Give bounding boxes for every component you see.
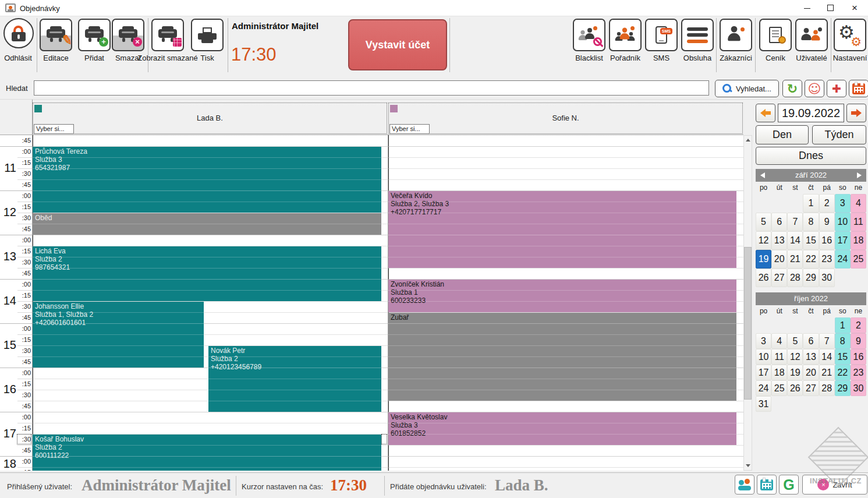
day-cell[interactable]: 9: [819, 213, 835, 231]
day-cell[interactable]: 6: [803, 333, 819, 349]
day-cell[interactable]: 3: [756, 333, 771, 349]
blacklist-button[interactable]: [573, 19, 605, 51]
day-cell[interactable]: 19: [787, 365, 803, 380]
logout-button[interactable]: [3, 18, 34, 48]
pricelist-button[interactable]: [759, 19, 792, 51]
settings-button[interactable]: ⚙⚙: [834, 19, 866, 51]
google-button[interactable]: G: [779, 475, 799, 495]
day-cell[interactable]: 17: [756, 365, 771, 380]
day-view-button[interactable]: Den: [756, 125, 809, 144]
day-cell[interactable]: 25: [771, 380, 787, 396]
showdel-button[interactable]: [151, 19, 184, 51]
day-cell[interactable]: 19: [756, 250, 771, 269]
day-cell[interactable]: 22: [803, 250, 819, 269]
calendar-button[interactable]: [849, 80, 868, 97]
day-cell[interactable]: 9: [851, 333, 866, 349]
day-cell[interactable]: 31: [756, 396, 771, 412]
day-cell[interactable]: 10: [756, 349, 771, 365]
day-cell[interactable]: 21: [787, 250, 803, 269]
day-cell[interactable]: 18: [771, 365, 787, 380]
day-cell[interactable]: 23: [819, 250, 835, 269]
close-window-button[interactable]: ×: [843, 0, 866, 16]
day-cell[interactable]: 4: [851, 194, 866, 213]
day-cell[interactable]: 13: [803, 349, 819, 365]
day-cell[interactable]: 7: [787, 213, 803, 231]
users-button[interactable]: [795, 19, 828, 51]
day-cell[interactable]: 11: [771, 349, 787, 365]
today-button[interactable]: Dnes: [756, 147, 866, 165]
staff-button[interactable]: [681, 19, 714, 51]
day-cell[interactable]: 5: [787, 333, 803, 349]
day-cell[interactable]: 18: [851, 231, 866, 250]
scroll-up-arrow[interactable]: [744, 136, 752, 144]
day-cell[interactable]: 16: [819, 231, 835, 250]
day-cell[interactable]: 24: [835, 250, 851, 269]
find-button[interactable]: Vyhledat...: [715, 80, 779, 97]
day-cell[interactable]: 12: [787, 349, 803, 365]
vertical-scrollbar[interactable]: [743, 135, 752, 471]
maximize-button[interactable]: [819, 0, 842, 16]
edit-button[interactable]: ✎: [40, 19, 72, 51]
day-cell[interactable]: 22: [835, 365, 851, 380]
day-cell[interactable]: 30: [851, 380, 866, 396]
delete-button[interactable]: ×: [112, 19, 144, 51]
day-cell[interactable]: 16: [851, 349, 866, 365]
schedule-grid[interactable]: :45:00:15:30:45:00:15:30:45:00:15:30:45:…: [0, 135, 743, 471]
day-cell[interactable]: 12: [756, 231, 771, 250]
previous-day-button[interactable]: [756, 104, 775, 122]
add-button[interactable]: +: [78, 19, 111, 51]
day-cell[interactable]: 28: [819, 380, 835, 396]
time-cursor-cell[interactable]: [381, 434, 387, 444]
customers-button[interactable]: [720, 19, 752, 51]
appointment[interactable]: Košař BohuslavSlužba 2600111222: [33, 435, 381, 471]
day-cell[interactable]: 14: [819, 349, 835, 365]
day-cell[interactable]: 27: [771, 269, 787, 287]
day-cell[interactable]: 23: [851, 365, 866, 380]
day-cell[interactable]: 17: [835, 231, 851, 250]
day-cell[interactable]: 2: [819, 194, 835, 213]
service-picker-dropdown[interactable]: Vyber si...: [389, 124, 430, 134]
appointment[interactable]: Zvoníček KristiánSlužba 1600233233: [388, 280, 736, 312]
scrollbar-thumb[interactable]: [744, 247, 752, 400]
print-button[interactable]: [191, 19, 224, 51]
day-cell[interactable]: 5: [756, 213, 771, 231]
day-cell[interactable]: 10: [835, 213, 851, 231]
day-cell[interactable]: 20: [771, 250, 787, 269]
day-cell[interactable]: 3: [835, 194, 851, 213]
day-cell[interactable]: 15: [835, 349, 851, 365]
day-cell[interactable]: 26: [756, 269, 771, 287]
scroll-down-arrow[interactable]: [744, 461, 752, 470]
close-button[interactable]: × Zavřít: [802, 475, 867, 495]
day-cell[interactable]: 11: [851, 213, 866, 231]
issue-invoice-button[interactable]: Vystavit účet: [348, 19, 447, 70]
day-cell[interactable]: 28: [787, 269, 803, 287]
day-cell[interactable]: 8: [835, 333, 851, 349]
day-cell[interactable]: 15: [803, 231, 819, 250]
sms-button[interactable]: SMS: [645, 19, 678, 51]
footer-customers-button[interactable]: [735, 475, 754, 495]
calendar-prev-icon[interactable]: [760, 172, 765, 178]
day-cell[interactable]: 29: [803, 269, 819, 287]
day-cell[interactable]: 7: [819, 333, 835, 349]
day-cell[interactable]: 1: [835, 317, 851, 333]
day-cell[interactable]: 21: [819, 365, 835, 380]
search-input[interactable]: [34, 80, 709, 96]
footer-calendar-button[interactable]: [757, 475, 777, 495]
refresh-button[interactable]: ↻: [782, 80, 802, 97]
week-view-button[interactable]: Týden: [812, 125, 866, 144]
day-cell[interactable]: 2: [851, 317, 866, 333]
day-cell[interactable]: 1: [803, 194, 819, 213]
day-cell[interactable]: 4: [771, 333, 787, 349]
day-cell[interactable]: 30: [819, 269, 835, 287]
appointment[interactable]: Lichá EvaSlužba 2987654321: [33, 246, 381, 301]
day-cell[interactable]: 25: [851, 250, 866, 269]
day-cell[interactable]: 20: [803, 365, 819, 380]
day-cell[interactable]: 14: [787, 231, 803, 250]
day-cell[interactable]: 24: [756, 380, 771, 396]
day-cell[interactable]: 29: [835, 380, 851, 396]
smiley-button[interactable]: ☺: [805, 80, 824, 97]
next-day-button[interactable]: [846, 104, 866, 122]
day-cell[interactable]: 27: [803, 380, 819, 396]
day-cell[interactable]: 8: [803, 213, 819, 231]
day-cell[interactable]: 6: [771, 213, 787, 231]
